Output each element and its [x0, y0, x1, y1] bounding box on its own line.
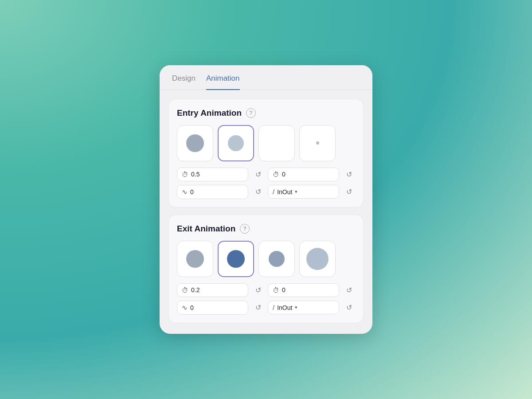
exit-option-large-out[interactable]	[299, 241, 336, 277]
entry-delay-value: 0	[282, 171, 286, 178]
exit-bounce-easing-row: ∿ 0 ↺ / InOut ▾ ↺	[177, 301, 355, 315]
entry-help-icon[interactable]: ?	[246, 108, 256, 118]
entry-duration-value: 0.5	[191, 171, 200, 178]
entry-tiny-circle	[316, 141, 319, 145]
entry-duration-field[interactable]: ⏱ 0.5	[177, 168, 248, 181]
tab-bar: Design Animation	[160, 65, 372, 90]
entry-animation-section: Entry Animation ? ⏱	[168, 99, 364, 207]
exit-option-fade-out[interactable]	[177, 241, 213, 277]
exit-option-zoom-out[interactable]	[218, 241, 254, 277]
exit-delay-value: 0	[282, 286, 286, 293]
entry-animation-title: Entry Animation ?	[177, 108, 355, 118]
exit-help-icon[interactable]: ?	[240, 224, 250, 234]
exit-duration-field[interactable]: ⏱ 0.2	[177, 283, 248, 297]
entry-easing-chevron: ▾	[295, 189, 297, 195]
exit-easing-icon: /	[273, 304, 274, 311]
exit-option-slide-out[interactable]	[258, 241, 295, 277]
exit-animation-label: Exit Animation	[177, 224, 235, 234]
exit-duration-delay-row: ⏱ 0.2 ↺ ⏱ 0 ↺	[177, 283, 355, 297]
exit-fade-out-circle	[186, 250, 204, 268]
entry-animation-options	[177, 125, 355, 161]
entry-delay-icon: ⏱	[273, 171, 279, 178]
exit-animation-title: Exit Animation ?	[177, 224, 355, 234]
exit-duration-value: 0.2	[191, 286, 200, 293]
entry-duration-delay-row: ⏱ 0.5 ↺ ⏱ 0 ↺	[177, 168, 355, 181]
exit-slide-out-circle	[269, 251, 285, 267]
entry-duration-reset[interactable]: ↺	[252, 168, 264, 180]
exit-animation-section: Exit Animation ?	[168, 215, 364, 323]
entry-animation-label: Entry Animation	[177, 108, 242, 118]
entry-delay-field[interactable]: ⏱ 0	[268, 168, 339, 181]
animation-panel: Design Animation Entry Animation ?	[160, 65, 372, 334]
entry-easing-select[interactable]: / InOut ▾	[268, 185, 339, 199]
entry-easing-value: InOut	[277, 188, 292, 196]
exit-duration-reset[interactable]: ↺	[252, 284, 264, 296]
tab-design[interactable]: Design	[172, 74, 196, 90]
entry-option-zoom-in[interactable]	[218, 125, 254, 161]
entry-zoom-in-circle	[228, 135, 244, 151]
exit-easing-select[interactable]: / InOut ▾	[268, 301, 339, 314]
entry-bounce-value: 0	[190, 188, 194, 196]
exit-animation-options	[177, 241, 355, 277]
entry-option-tiny[interactable]	[299, 125, 336, 161]
exit-easing-chevron: ▾	[295, 305, 297, 310]
exit-bounce-icon: ∿	[182, 304, 188, 312]
entry-easing-icon: /	[273, 188, 274, 196]
exit-delay-reset[interactable]: ↺	[343, 284, 355, 296]
entry-option-fade-in[interactable]	[177, 125, 213, 161]
entry-easing-reset[interactable]: ↺	[343, 186, 355, 198]
exit-zoom-out-circle	[227, 250, 245, 268]
entry-bounce-easing-row: ∿ 0 ↺ / InOut ▾ ↺	[177, 185, 355, 199]
entry-duration-icon: ⏱	[182, 171, 188, 178]
exit-delay-icon: ⏱	[273, 286, 279, 294]
entry-delay-reset[interactable]: ↺	[343, 168, 355, 180]
exit-duration-icon: ⏱	[182, 286, 188, 294]
exit-bounce-value: 0	[190, 304, 194, 311]
exit-bounce-reset[interactable]: ↺	[252, 301, 264, 314]
exit-easing-value: InOut	[277, 304, 292, 311]
exit-easing-reset[interactable]: ↺	[343, 301, 355, 314]
entry-option-none[interactable]	[258, 125, 295, 161]
entry-bounce-reset[interactable]: ↺	[252, 186, 264, 198]
tab-animation[interactable]: Animation	[206, 74, 240, 90]
entry-fade-in-circle	[186, 134, 204, 152]
exit-large-out-circle	[306, 248, 329, 270]
exit-bounce-field[interactable]: ∿ 0	[177, 301, 248, 315]
entry-bounce-icon: ∿	[182, 188, 188, 196]
exit-delay-field[interactable]: ⏱ 0	[268, 283, 339, 297]
entry-bounce-field[interactable]: ∿ 0	[177, 185, 248, 199]
panel-content: Entry Animation ? ⏱	[160, 90, 372, 334]
